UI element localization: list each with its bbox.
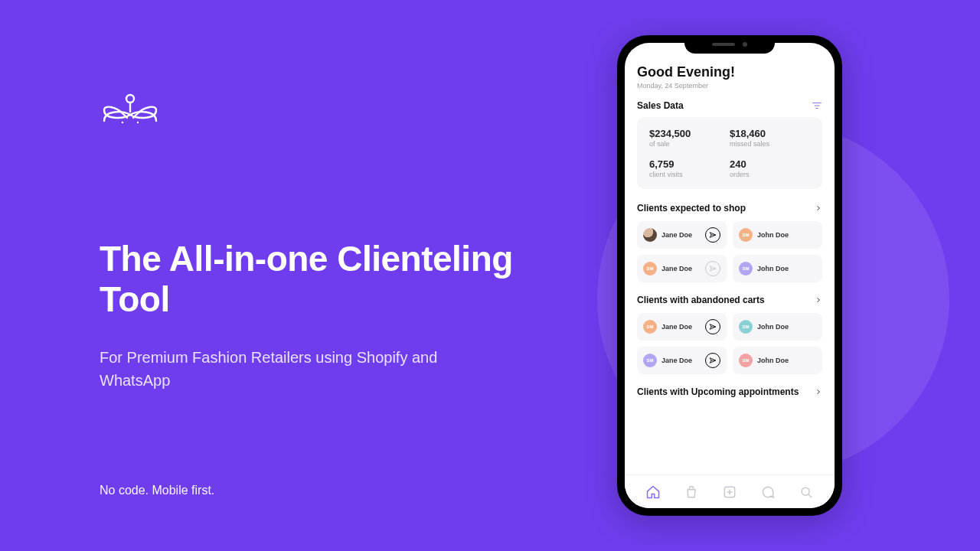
avatar: SM (739, 354, 753, 367)
client-card[interactable]: SM Jane Doe (637, 347, 727, 374)
avatar: SM (643, 262, 657, 276)
bottom-tab-bar (625, 474, 835, 508)
client-card[interactable]: SM John Doe (733, 221, 822, 249)
stat-label: missed sales (730, 140, 810, 148)
list-title: Clients with Upcoming appointments (637, 386, 799, 397)
tab-home[interactable] (645, 484, 662, 500)
headline: The All-in-one Clienteling Tool (100, 239, 590, 320)
avatar: SM (739, 228, 753, 242)
stat-label: client visits (649, 171, 730, 178)
stat-visits: 6,759 client visits (649, 158, 730, 178)
phone-notch (684, 35, 775, 54)
current-date: Monday, 24 September (637, 82, 822, 90)
chevron-right-icon (815, 385, 822, 399)
client-grid: Jane Doe SM John Doe SM Jane Doe SM John… (637, 221, 822, 282)
tab-search[interactable] (798, 484, 815, 500)
svg-point-2 (137, 122, 139, 123)
avatar (643, 228, 657, 242)
app-screen: Good Evening! Monday, 24 September Sales… (625, 43, 835, 508)
list-title: Clients with abandoned carts (637, 295, 765, 305)
stat-value: 240 (730, 158, 810, 170)
send-icon[interactable] (705, 261, 720, 276)
avatar: SM (739, 262, 753, 276)
stat-missed: $18,460 missed sales (730, 128, 810, 148)
client-name: John Doe (757, 323, 816, 331)
sales-data-title: Sales Data (637, 100, 684, 111)
client-card[interactable]: SM John Doe (733, 255, 822, 282)
send-icon[interactable] (705, 319, 720, 334)
send-icon[interactable] (705, 353, 720, 368)
stat-value: $234,500 (649, 128, 730, 139)
tab-bag[interactable] (683, 484, 700, 500)
sales-stats-card: $234,500 of sale $18,460 missed sales 6,… (637, 117, 822, 189)
client-card[interactable]: SM Jane Doe (637, 255, 727, 282)
avatar: SM (739, 320, 753, 334)
svg-point-1 (122, 122, 123, 123)
client-card[interactable]: Jane Doe (637, 221, 727, 249)
avatar: SM (643, 320, 657, 334)
stat-value: 6,759 (649, 158, 730, 170)
client-grid: SM Jane Doe SM John Doe SM Jane Doe SM J… (637, 313, 822, 374)
chevron-right-icon (815, 201, 822, 215)
chevron-right-icon (815, 293, 822, 307)
tab-whatsapp[interactable] (760, 484, 776, 500)
phone-mockup: Good Evening! Monday, 24 September Sales… (617, 35, 842, 516)
client-card[interactable]: SM John Doe (733, 313, 822, 341)
list-header[interactable]: Clients with abandoned carts (637, 293, 822, 307)
client-card[interactable]: SM John Doe (733, 347, 822, 374)
client-name: John Doe (757, 231, 816, 239)
stat-orders: 240 orders (730, 158, 810, 178)
list-header[interactable]: Clients with Upcoming appointments (637, 385, 822, 399)
brand-logo (100, 92, 590, 132)
subheadline: For Premium Fashion Retailers using Shop… (100, 346, 467, 392)
stat-label: orders (730, 171, 810, 178)
client-name: John Doe (757, 357, 816, 364)
client-name: Jane Doe (662, 357, 701, 364)
send-icon[interactable] (705, 227, 720, 243)
marketing-column: The All-in-one Clienteling Tool For Prem… (0, 0, 590, 551)
svg-line-14 (808, 494, 812, 497)
list-header[interactable]: Clients expected to shop (637, 201, 822, 215)
filter-icon[interactable] (812, 100, 822, 111)
tagline: No code. Mobile first. (100, 484, 590, 497)
client-name: Jane Doe (662, 231, 701, 239)
client-card[interactable]: SM Jane Doe (637, 313, 727, 341)
tab-add[interactable] (721, 484, 738, 500)
stat-value: $18,460 (730, 128, 810, 139)
stat-sale: $234,500 of sale (649, 128, 730, 148)
client-name: Jane Doe (662, 265, 701, 272)
svg-point-0 (126, 95, 134, 103)
client-name: Jane Doe (662, 323, 701, 331)
list-title: Clients expected to shop (637, 203, 746, 214)
stat-label: of sale (649, 140, 730, 148)
greeting: Good Evening! (637, 64, 822, 80)
avatar: SM (643, 354, 657, 367)
client-name: John Doe (757, 265, 816, 272)
